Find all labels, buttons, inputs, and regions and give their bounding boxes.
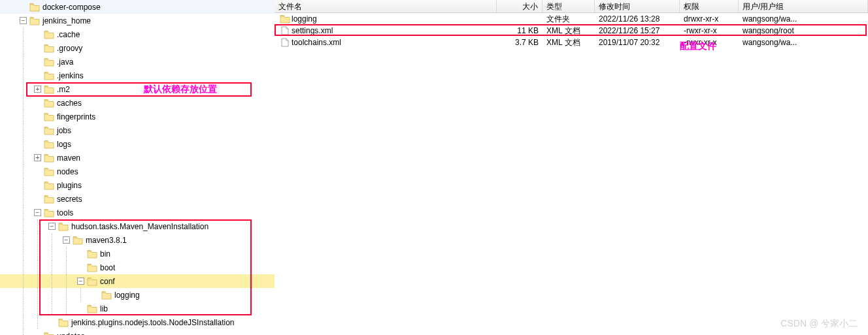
- tree-item-label: .cache: [57, 30, 80, 39]
- tree-expander-blank: [34, 332, 41, 335]
- file-size: [497, 18, 542, 20]
- tree-item-label: caches: [57, 99, 82, 108]
- tree-item[interactable]: +.m2: [0, 82, 275, 96]
- col-header-perm[interactable]: 权限: [680, 0, 739, 12]
- tree-item-label: jobs: [57, 126, 71, 135]
- tree-item[interactable]: +maven: [0, 151, 275, 165]
- tree-expander-blank: [34, 168, 41, 175]
- tree-item[interactable]: boot: [0, 261, 275, 274]
- file-mtime: 2022/11/26 15:27: [595, 25, 680, 37]
- tree-item-label: .groovy: [57, 44, 82, 53]
- tree-expander-blank: [34, 113, 41, 120]
- tree-item[interactable]: −tools: [0, 206, 275, 219]
- tree-item[interactable]: .cache: [0, 27, 275, 41]
- tree-item[interactable]: updates: [0, 329, 275, 335]
- tree-item-label: fingerprints: [57, 112, 95, 121]
- tree-expand-icon[interactable]: +: [34, 154, 41, 161]
- tree-collapse-icon[interactable]: −: [48, 223, 56, 230]
- file-list-panel: 文件名 大小 类型 修改时间 权限 用户/用户组 logging文件夹2022/…: [275, 0, 868, 335]
- tree-expander-blank: [34, 31, 41, 38]
- tree-item[interactable]: secrets: [0, 192, 275, 206]
- tree-item-label: plugins: [57, 181, 82, 190]
- tree-collapse-icon[interactable]: −: [77, 278, 84, 285]
- file-owner: wangsong/root: [739, 25, 868, 37]
- file-list-body: logging文件夹2022/11/26 13:28drwxr-xr-xwang…: [275, 13, 868, 48]
- tree-item-label: docker-compose: [42, 3, 101, 12]
- col-header-time[interactable]: 修改时间: [595, 0, 680, 12]
- tree-expander-blank: [77, 264, 84, 271]
- file-size: 11 KB: [497, 25, 542, 37]
- file-perm: -rwxr-xr-x: [680, 37, 739, 48]
- col-header-owner[interactable]: 用户/用户组: [739, 0, 868, 12]
- tree-item[interactable]: docker-compose: [0, 0, 275, 14]
- tree-item[interactable]: .groovy: [0, 41, 275, 55]
- tree-expander-blank: [34, 44, 41, 52]
- tree-item[interactable]: −hudson.tasks.Maven_MavenInstallation: [0, 219, 275, 233]
- tree-item-label: bin: [100, 249, 110, 259]
- tree-item[interactable]: .jenkins: [0, 69, 275, 82]
- tree-item-label: .java: [57, 57, 73, 67]
- tree-collapse-icon[interactable]: −: [20, 17, 27, 24]
- col-header-name[interactable]: 文件名: [275, 0, 497, 12]
- tree-item-label: maven3.8.1: [86, 236, 127, 245]
- file-row[interactable]: toolchains.xml3.7 KBXML 文档2019/11/07 20:…: [275, 37, 868, 48]
- tree-item[interactable]: bin: [0, 247, 275, 261]
- file-name: logging: [292, 14, 317, 24]
- tree-item-label: hudson.tasks.Maven_MavenInstallation: [71, 222, 209, 231]
- tree-item-label: lib: [100, 304, 108, 313]
- tree-expand-icon[interactable]: +: [34, 86, 41, 93]
- file-mtime: 2019/11/07 20:32: [595, 37, 680, 48]
- file-perm: drwxr-xr-x: [680, 13, 739, 25]
- tree-item-label: logging: [114, 291, 140, 300]
- tree-item-label: logs: [57, 140, 71, 149]
- tree-item[interactable]: −jenkins_home: [0, 14, 275, 27]
- tree-item-label: jenkins_home: [42, 16, 91, 25]
- tree-expander-blank: [34, 195, 41, 202]
- tree-item[interactable]: −conf: [0, 274, 275, 288]
- tree-item[interactable]: jenkins.plugins.nodejs.tools.NodeJSInsta…: [0, 315, 275, 329]
- file-icon: [278, 26, 289, 35]
- tree-collapse-icon[interactable]: −: [34, 209, 41, 216]
- file-name: toolchains.xml: [292, 38, 341, 47]
- tree-expander-blank: [34, 72, 41, 79]
- tree-item[interactable]: nodes: [0, 165, 275, 178]
- tree-expander-blank: [48, 319, 56, 326]
- file-row[interactable]: settings.xml11 KBXML 文档2022/11/26 15:27-…: [275, 25, 868, 37]
- tree-collapse-icon[interactable]: −: [63, 236, 70, 244]
- tree-item-label: maven: [57, 153, 80, 163]
- tree-item-label: boot: [100, 263, 115, 272]
- col-header-size[interactable]: 大小: [497, 0, 542, 12]
- tree-item-label: .jenkins: [57, 71, 84, 80]
- tree-expander-blank: [34, 58, 41, 65]
- tree-expander-blank: [34, 182, 41, 189]
- file-perm: -rwxr-xr-x: [680, 25, 739, 37]
- tree-expander-blank: [34, 99, 41, 106]
- tree-item[interactable]: fingerprints: [0, 110, 275, 123]
- tree-item-label: tools: [57, 208, 73, 217]
- tree-expander-blank: [92, 291, 99, 298]
- file-name: settings.xml: [292, 26, 333, 35]
- tree-item[interactable]: plugins: [0, 178, 275, 192]
- file-owner: wangsong/wa...: [739, 13, 868, 25]
- tree-item[interactable]: lib: [0, 302, 275, 315]
- col-header-type[interactable]: 类型: [542, 0, 595, 12]
- tree-item[interactable]: jobs: [0, 123, 275, 137]
- tree-item-label: .m2: [57, 85, 70, 94]
- tree-expander-blank: [77, 250, 84, 257]
- tree-item-label: nodes: [57, 167, 78, 176]
- file-mtime: 2022/11/26 13:28: [595, 13, 680, 25]
- tree-item-label: conf: [100, 277, 115, 286]
- file-icon: [278, 38, 289, 47]
- tree-expander-blank: [20, 3, 27, 10]
- file-row[interactable]: logging文件夹2022/11/26 13:28drwxr-xr-xwang…: [275, 13, 868, 25]
- folder-icon: [278, 14, 289, 24]
- file-owner: wangsong/wa...: [739, 37, 868, 48]
- tree-item[interactable]: logging: [0, 288, 275, 302]
- tree-expander-blank: [34, 127, 41, 134]
- folder-tree-panel[interactable]: docker-compose−jenkins_home.cache.groovy…: [0, 0, 275, 335]
- tree-item[interactable]: caches: [0, 96, 275, 110]
- tree-item[interactable]: −maven3.8.1: [0, 233, 275, 247]
- tree-item[interactable]: .java: [0, 55, 275, 69]
- tree-item[interactable]: logs: [0, 137, 275, 151]
- tree-item-label: updates: [57, 332, 85, 336]
